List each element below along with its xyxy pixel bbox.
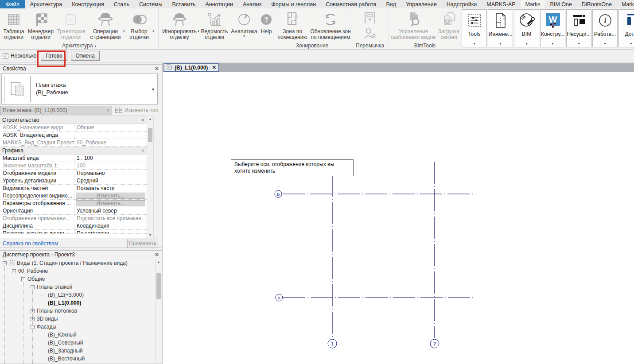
properties-scrollbar[interactable]: ▲ ▼ (147, 116, 154, 238)
ribbon-tab[interactable]: Системы (134, 0, 167, 8)
analytics-button[interactable]: Аналитика ▾ (230, 8, 258, 38)
property-row[interactable]: ADSK_Назначение видаОбщие (0, 124, 147, 132)
ribbon-tab[interactable]: Архитектура (25, 0, 67, 8)
property-row[interactable]: Параметры отображения ...Изменить... (0, 200, 147, 207)
property-value[interactable]: Средний (74, 177, 147, 184)
property-value[interactable]: Координация (74, 222, 147, 229)
chevron-down-icon[interactable]: ▾ (630, 42, 632, 47)
panel-label-bimtools[interactable]: BimTools (389, 43, 461, 49)
chevron-down-icon[interactable]: ▾ (243, 35, 245, 38)
property-row[interactable]: Масштаб вида1 : 100 (0, 155, 147, 162)
property-row[interactable]: Видимость частейПоказать части (0, 185, 147, 192)
tree-item[interactable]: (В)_L1(0.000) (0, 299, 155, 307)
bim-button[interactable]: ✕ BIM ▾ (514, 9, 539, 47)
tree-item[interactable]: (В)_Восточный (0, 355, 155, 363)
chevron-down-icon[interactable]: ▾ (152, 29, 154, 33)
tree-item[interactable]: (В)_Северный (0, 339, 155, 347)
links-load-button[interactable]: Загрузка связей (436, 8, 461, 40)
tree-item[interactable]: −00_Рабочие (0, 267, 155, 275)
ribbon-tab[interactable]: Конструкция (67, 0, 109, 8)
browser-scrollbar[interactable]: ▲ (155, 259, 162, 364)
tree-item[interactable]: (В)_Западный (0, 347, 155, 355)
property-section[interactable]: Строительство« (0, 116, 147, 124)
edit-value-button[interactable]: Изменить... (76, 200, 145, 206)
finish-ignore-button[interactable]: Игнорировать отделку ▾ (160, 8, 199, 40)
tree-item[interactable]: −Общие (0, 275, 155, 283)
tree-item[interactable]: −Фасады (0, 323, 155, 331)
collapse-chevron-icon[interactable]: « (140, 118, 146, 121)
zone-by-room-button[interactable]: Зона по помещению (275, 8, 310, 40)
property-row[interactable]: Уровень детализацииСредний (0, 177, 147, 185)
close-icon[interactable]: ✕ (155, 252, 159, 258)
ribbon-tab[interactable]: BIM One (545, 0, 577, 8)
property-value[interactable]: 00_Рабочие (74, 139, 147, 146)
tools-button[interactable]: Tools ▾ (462, 9, 487, 47)
finish-select-button[interactable]: Выбор отделки ▾ (124, 8, 154, 40)
property-row[interactable]: ОриентацияУсловный север (0, 207, 147, 215)
chevron-down-icon[interactable]: ▾ (525, 42, 527, 47)
panel-label-zoning[interactable]: Зонирование (273, 43, 351, 49)
instance-combo[interactable]: План этажа: (В)_L1(0.000) ˅ (0, 106, 112, 115)
ribbon-tab[interactable]: MARKS-AP (482, 0, 520, 8)
ribbon-tab[interactable]: Вставить (167, 0, 200, 8)
property-row[interactable]: ДисциплинаКоординация (0, 222, 147, 230)
chevron-down-icon[interactable]: ▾ (604, 42, 606, 47)
bearing-button[interactable]: Несущи... ▾ (566, 9, 591, 47)
expand-expander-icon[interactable]: + (31, 309, 35, 313)
scroll-thumb[interactable] (156, 273, 161, 299)
constructions-button[interactable]: W Констру... ▾ (540, 9, 565, 47)
view-templates-button[interactable]: Управление шаблонами видов (390, 8, 436, 40)
property-value[interactable]: Условный север (74, 207, 147, 214)
collapse-chevron-icon[interactable]: « (140, 149, 146, 151)
property-row[interactable]: Отображение моделиНормально (0, 170, 147, 177)
ribbon-tab[interactable]: Вид (381, 0, 401, 8)
collapse-expander-icon[interactable]: − (21, 277, 25, 281)
multiple-checkbox[interactable]: ✓ (3, 53, 8, 59)
help-button[interactable]: ? Help (258, 8, 274, 35)
expand-expander-icon[interactable]: + (31, 317, 35, 321)
finish-table-button[interactable]: Таблица отделки (1, 8, 26, 40)
zones-update-button[interactable]: Обновление зон по помещениям (310, 8, 351, 40)
ribbon-tab[interactable]: Совместная работа (321, 0, 381, 8)
chevron-down-icon[interactable]: ▾ (152, 87, 154, 92)
dog-button[interactable]: Дог... ▾ (618, 9, 634, 47)
ribbon-tab[interactable]: DiRootsOne (577, 0, 617, 8)
property-row[interactable]: Переопределения видимо...Изменить... (0, 192, 147, 200)
edit-value-button[interactable]: Изменить... (76, 193, 145, 199)
tree-item[interactable]: (В)_Южный (0, 331, 155, 339)
ribbon-tab[interactable]: Анализ (238, 0, 266, 8)
property-row[interactable]: Значение масштаба 1:100 (0, 162, 147, 170)
boundary-operations-button[interactable]: Операции с границами ▾ (86, 8, 124, 40)
chevron-down-icon[interactable]: ▾ (552, 42, 553, 47)
property-section[interactable]: Графика« (0, 147, 147, 155)
scroll-down-icon[interactable]: ▼ (147, 233, 153, 236)
ribbon-tab[interactable]: Marks (521, 0, 545, 8)
property-value[interactable]: Нормально (74, 170, 147, 177)
collapse-expander-icon[interactable]: − (12, 269, 16, 273)
person-icon[interactable] (363, 27, 377, 41)
finish-manager-button[interactable]: Менеджер отделки (26, 8, 55, 40)
ribbon-tab[interactable]: Файл (0, 0, 25, 8)
property-value[interactable]: 100 (74, 162, 147, 169)
property-value[interactable] (74, 132, 147, 139)
engineering-button[interactable]: Инжене... ▾ (488, 9, 513, 47)
tree-item[interactable]: +Планы потолков (0, 307, 155, 315)
finish-schedule-button[interactable]: Ведомость отделки (199, 8, 230, 40)
property-value[interactable]: Общие (74, 124, 147, 131)
ribbon-tab[interactable]: Marks_Test (617, 0, 634, 8)
chevron-down-icon[interactable]: ▾ (578, 42, 580, 47)
canvas[interactable]: БА12 Выберите оси, отображение которых в… (163, 72, 634, 364)
ribbon-tab[interactable]: Формы и генплан (266, 0, 321, 8)
scroll-up-icon[interactable]: ▲ (156, 260, 162, 263)
finish-button[interactable]: Готово (41, 51, 67, 61)
work-button[interactable]: i Работа... ▾ (592, 9, 618, 47)
collapse-expander-icon[interactable]: − (31, 325, 35, 329)
ribbon-tab[interactable]: Сталь (109, 0, 134, 8)
close-icon[interactable]: ✕ (212, 65, 216, 70)
collapse-expander-icon[interactable]: − (3, 261, 7, 265)
panel-label-architecture[interactable]: Архитектура ▾ (0, 43, 158, 49)
scroll-up-icon[interactable]: ▲ (147, 117, 153, 120)
properties-help-link[interactable]: Справка по свойствам (3, 240, 58, 247)
chevron-down-icon[interactable]: ▾ (499, 42, 501, 47)
edit-type-button[interactable]: Изменить тип (115, 106, 158, 115)
